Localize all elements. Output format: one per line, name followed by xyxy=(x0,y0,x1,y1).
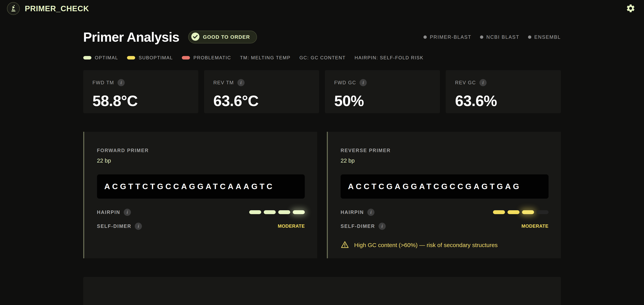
forward-primer-card: FORWARD PRIMER 22 bp ACGTTCTGCCAGGATCAAA… xyxy=(83,132,317,258)
meter-bar xyxy=(293,210,305,214)
problematic-swatch-icon xyxy=(182,56,190,60)
hairpin-row: HAIRPIN i xyxy=(97,208,305,216)
service-item-ncbi-blast: NCBI BLAST xyxy=(480,34,520,40)
service-label: NCBI BLAST xyxy=(486,34,520,40)
settings-button[interactable] xyxy=(626,4,636,14)
gear-icon xyxy=(626,4,636,14)
legend-label: SUBOPTIMAL xyxy=(139,55,173,61)
hairpin-meter xyxy=(249,210,305,214)
sequence-box: ACGTTCTGCCAGGATCAAAGTC xyxy=(97,174,305,199)
meter-bar xyxy=(249,210,261,214)
meter-bar xyxy=(522,210,534,214)
stat-label: FWD TM xyxy=(92,80,114,86)
self-dimer-value: MODERATE xyxy=(522,223,548,229)
primer-length: 22 bp xyxy=(97,158,305,164)
meter-bar xyxy=(508,210,520,214)
check-circle-icon xyxy=(191,32,200,42)
self-dimer-row: SELF-DIMER i MODERATE xyxy=(340,222,548,230)
dot-icon xyxy=(528,36,531,39)
meter-bar xyxy=(264,210,276,214)
primer-sequence: ACCTCGAGGATCGCCGAGTGAG xyxy=(348,182,521,191)
primer-name: FORWARD PRIMER xyxy=(97,148,305,153)
hairpin-label: HAIRPIN xyxy=(340,209,364,215)
info-icon[interactable]: i xyxy=(124,209,131,216)
self-dimer-value: MODERATE xyxy=(278,223,305,229)
meter-bar xyxy=(493,210,505,214)
stat-label: FWD GC xyxy=(334,80,356,86)
stat-label: REV TM xyxy=(214,80,234,86)
stat-value: 63.6% xyxy=(455,92,552,110)
sequence-box: ACCTCGAGGATCGCCGAGTGAG xyxy=(340,174,548,199)
legend-item-suboptimal: SUBOPTIMAL xyxy=(127,55,173,61)
status-badge: GOOD TO ORDER xyxy=(188,31,257,43)
info-icon[interactable]: i xyxy=(378,223,386,230)
status-badge-label: GOOD TO ORDER xyxy=(203,34,250,40)
legend-note-hairpin: HAIRPIN: SELF-FOLD RISK xyxy=(354,55,424,61)
dot-icon xyxy=(480,36,483,39)
legend-item-problematic: PROBLEMATIC xyxy=(182,55,231,61)
meter-bar xyxy=(278,210,290,214)
app-logo xyxy=(7,2,20,15)
optimal-swatch-icon xyxy=(83,56,92,60)
hairpin-meter xyxy=(493,210,548,214)
stat-card-rev-tm: REV TM i 63.6°C xyxy=(204,70,319,113)
legend-note-tm: TM: MELTING TEMP xyxy=(240,55,290,61)
hairpin-row: HAIRPIN i xyxy=(340,208,548,216)
info-icon[interactable]: i xyxy=(118,79,125,86)
main-content: Primer Analysis GOOD TO ORDER PRIMER-BLA… xyxy=(83,17,561,305)
info-icon[interactable]: i xyxy=(480,79,486,86)
legend-label: PROBLEMATIC xyxy=(194,55,231,61)
app-title: PRIMER_CHECK xyxy=(25,4,89,13)
self-dimer-row: SELF-DIMER i MODERATE xyxy=(97,222,305,230)
primers-row: FORWARD PRIMER 22 bp ACGTTCTGCCAGGATCAAA… xyxy=(83,132,561,258)
stat-value: 50% xyxy=(334,92,430,110)
suboptimal-swatch-icon xyxy=(127,56,135,60)
stat-value: 58.8°C xyxy=(92,92,189,110)
stat-card-rev-gc: REV GC i 63.6% xyxy=(446,70,561,113)
page-title: Primer Analysis xyxy=(83,30,180,45)
service-item-primer-blast: PRIMER-BLAST xyxy=(424,34,472,40)
info-icon[interactable]: i xyxy=(238,79,244,86)
primer-name: REVERSE PRIMER xyxy=(340,148,548,153)
self-dimer-label: SELF-DIMER xyxy=(340,223,375,229)
primer-sequence: ACGTTCTGCCAGGATCAAAGTC xyxy=(104,182,274,191)
info-icon[interactable]: i xyxy=(360,79,367,86)
info-icon[interactable]: i xyxy=(135,223,142,230)
primer-dimer-check-card: Primer Dimer Check NONE DETECTED xyxy=(83,277,561,305)
reverse-primer-card: REVERSE PRIMER 22 bp ACCTCGAGGATCGCCGAGT… xyxy=(327,132,561,258)
primer-length: 22 bp xyxy=(340,158,548,164)
legend-row: OPTIMAL SUBOPTIMAL PROBLEMATIC TM: MELTI… xyxy=(83,55,561,61)
title-row: Primer Analysis GOOD TO ORDER PRIMER-BLA… xyxy=(83,30,561,45)
warning-text: High GC content (>60%) — risk of seconda… xyxy=(354,242,498,248)
stat-card-fwd-tm: FWD TM i 58.8°C xyxy=(83,70,198,113)
stats-row: FWD TM i 58.8°C REV TM i 63.6°C FWD GC i… xyxy=(83,70,561,113)
legend-note-gc: GC: GC CONTENT xyxy=(299,55,346,61)
dot-icon xyxy=(424,36,427,39)
warning-triangle-icon xyxy=(340,240,349,250)
top-bar: PRIMER_CHECK xyxy=(0,0,644,17)
hairpin-label: HAIRPIN xyxy=(97,209,120,215)
meter-bar xyxy=(536,210,548,214)
service-label: PRIMER-BLAST xyxy=(430,34,472,40)
warning-row: High GC content (>60%) — risk of seconda… xyxy=(340,240,548,250)
legend-label: OPTIMAL xyxy=(95,55,118,61)
microscope-icon xyxy=(10,4,17,13)
stat-label: REV GC xyxy=(455,80,476,86)
services-list: PRIMER-BLAST NCBI BLAST ENSEMBL xyxy=(424,34,561,40)
info-icon[interactable]: i xyxy=(367,209,374,216)
self-dimer-label: SELF-DIMER xyxy=(97,223,132,229)
service-item-ensembl: ENSEMBL xyxy=(528,34,561,40)
stat-value: 63.6°C xyxy=(214,92,310,110)
legend-item-optimal: OPTIMAL xyxy=(83,55,118,61)
stat-card-fwd-gc: FWD GC i 50% xyxy=(325,70,440,113)
service-label: ENSEMBL xyxy=(534,34,561,40)
